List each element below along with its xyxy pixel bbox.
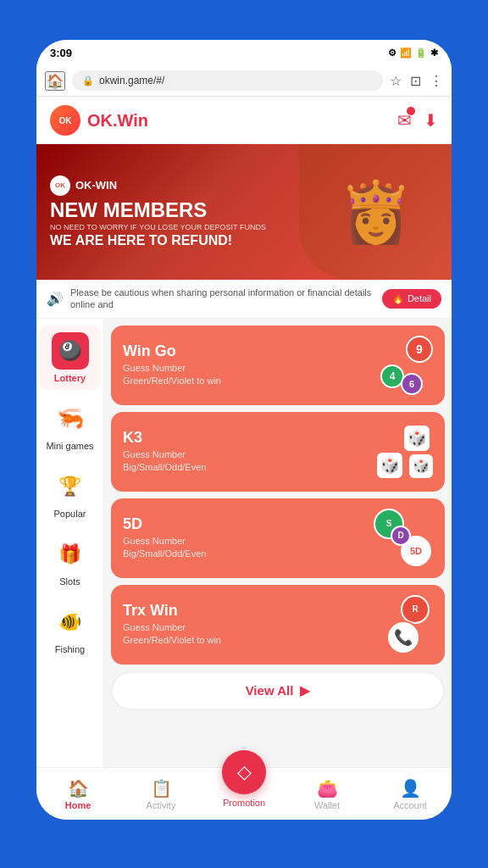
slots-icon-bg: 🎁 [52, 536, 89, 573]
activity-nav-icon: 📋 [151, 778, 172, 798]
nav-promotion-center[interactable]: ◇ Promotion [219, 767, 269, 808]
main-layout: 🎱 Lottery 🦐 Mini games 🏆 Popular [36, 319, 452, 767]
notice-bar: 🔊 Please be cautious when sharing person… [36, 280, 452, 319]
logo-icon: OK [50, 105, 80, 136]
ball-9: 9 [406, 336, 433, 363]
k3-title: K3 [123, 429, 374, 447]
dice-1: 🎲 [404, 426, 430, 451]
wingo-desc-2: Green/Red/Violet to win [123, 375, 374, 387]
sidebar-item-lottery[interactable]: 🎱 Lottery [40, 326, 101, 390]
5d-desc: Guess Number Big/Small/Odd/Even [123, 535, 374, 561]
notice-button-label: Detail [408, 293, 431, 303]
view-all-label: View All [246, 683, 294, 698]
home-nav-label: Home [65, 800, 92, 810]
dice-2: 🎲 [377, 453, 402, 478]
nav-home[interactable]: 🏠 Home [53, 778, 103, 810]
promotion-diamond-icon: ◇ [237, 761, 252, 783]
wingo-title: Win Go [123, 342, 374, 360]
game-card-wingo[interactable]: Win Go Guess Number Green/Red/Violet to … [111, 326, 445, 405]
view-all-button[interactable]: View All ▶ [111, 671, 445, 710]
app-header: OK OK.Win ✉ ⬇ [36, 97, 452, 144]
banner-main-text: WE ARE HERE TO REFUND! [50, 233, 266, 248]
settings-icon: ⚙ [388, 47, 396, 58]
ball-5d-d: D [391, 526, 411, 546]
notice-text: Please be cautious when sharing personal… [70, 287, 375, 311]
5d-desc-1: Guess Number [123, 535, 374, 548]
logo-text: OK.Win [87, 111, 148, 131]
fishing-icon: 🐠 [58, 611, 81, 633]
lottery-icon-bg: 🎱 [52, 332, 89, 370]
sidebar-item-fishing[interactable]: 🐠 Fishing [40, 597, 101, 661]
popular-icon: 🏆 [58, 476, 81, 498]
trx-phone-icon: 📞 [386, 620, 420, 654]
account-nav-icon: 👤 [400, 778, 421, 798]
k3-desc-1: Guess Number [123, 448, 374, 461]
sidebar-item-slots[interactable]: 🎁 Slots [40, 529, 101, 593]
view-all-icon: ▶ [300, 683, 310, 698]
wingo-desc: Guess Number Green/Red/Violet to win [123, 362, 374, 388]
nav-account[interactable]: 👤 Account [385, 778, 435, 810]
wallet-nav-icon: 👛 [317, 778, 338, 798]
k3-info: K3 Guess Number Big/Small/Odd/Even [123, 429, 374, 475]
browser-url-bar[interactable]: 🔒 okwin.game/#/ [72, 70, 383, 91]
mini-games-icon: 🦐 [57, 405, 84, 431]
mail-button[interactable]: ✉ [397, 110, 412, 131]
banner-title: NEW MEMBERS [50, 199, 266, 221]
mini-games-label: Mini games [46, 441, 93, 451]
phone-screen: 3:09 ⚙ 📶 🔋 ✱ 🏠 🔒 okwin.game/#/ ☆ ⊡ ⋮ [36, 40, 452, 820]
5d-title: 5D [123, 515, 374, 533]
status-icons: ⚙ 📶 🔋 ✱ [388, 47, 438, 58]
trxwin-info: Trx Win Guess Number Green/Red/Violet to… [123, 602, 374, 648]
popular-icon-bg: 🏆 [52, 468, 89, 505]
url-text: okwin.game/#/ [99, 75, 164, 86]
sidebar-item-popular[interactable]: 🏆 Popular [40, 461, 101, 526]
wingo-image: 9 4 6 [374, 336, 433, 395]
banner-person-icon: 👸 [339, 177, 413, 247]
dice-3: 🎲 [409, 454, 433, 478]
home-nav-icon: 🏠 [68, 778, 89, 798]
banner: OK OK-WIN NEW MEMBERS NO NEED TO WORRY I… [36, 144, 452, 280]
k3-desc-2: Big/Small/Odd/Even [123, 461, 374, 474]
browser-home-btn[interactable]: 🏠 [45, 71, 65, 91]
fishing-icon-bg: 🐠 [52, 604, 89, 641]
phone-shell: 3:09 ⚙ 📶 🔋 ✱ 🏠 🔒 okwin.game/#/ ☆ ⊡ ⋮ [24, 23, 464, 845]
browser-more-btn[interactable]: ⋮ [430, 73, 443, 89]
game-card-5d[interactable]: 5D Guess Number Big/Small/Odd/Even S 5D … [111, 498, 445, 578]
lottery-label: Lottery [54, 373, 86, 383]
banner-brand: OK-WIN [75, 179, 117, 192]
ball-6: 6 [401, 373, 423, 395]
banner-logo: OK OK-WIN [50, 175, 266, 196]
game-card-trxwin[interactable]: Trx Win Guess Number Green/Red/Violet to… [111, 585, 445, 665]
mail-badge [407, 107, 415, 115]
logo-abbr: OK [59, 116, 72, 125]
banner-logo-circle: OK [50, 175, 70, 196]
5d-image: S 5D D [374, 509, 433, 568]
trxwin-desc: Guess Number Green/Red/Violet to win [123, 621, 374, 648]
trxwin-desc-2: Green/Red/Violet to win [123, 634, 374, 647]
notice-detail-button[interactable]: 🔥 Detail [382, 289, 441, 309]
5d-desc-2: Big/Small/Odd/Even [123, 548, 374, 560]
sidebar-item-mini-games[interactable]: 🦐 Mini games [40, 393, 101, 458]
signal-icon: 📶 [400, 47, 412, 58]
promotion-nav-label: Promotion [223, 798, 265, 808]
wallet-nav-label: Wallet [314, 800, 340, 810]
trxwin-image: R 📞 [374, 595, 433, 654]
k3-image: 🎲 🎲 🎲 [374, 422, 433, 481]
promotion-center-btn[interactable]: ◇ [222, 750, 266, 794]
notice-speaker-icon: 🔊 [47, 291, 64, 307]
bluetooth-icon: ✱ [430, 47, 438, 58]
slots-icon: 🎁 [58, 543, 81, 565]
banner-subtitle: NO NEED TO WORRY IF YOU LOSE YOUR DEPOSI… [50, 223, 266, 231]
trxwin-desc-1: Guess Number [123, 621, 374, 634]
status-time: 3:09 [50, 47, 72, 59]
nav-wallet[interactable]: 👛 Wallet [302, 778, 352, 810]
download-button[interactable]: ⬇ [424, 110, 438, 131]
nav-activity[interactable]: 📋 Activity [136, 778, 186, 810]
logo-area: OK OK.Win [50, 105, 148, 136]
lottery-icon: 🎱 [58, 340, 81, 362]
browser-tab-btn[interactable]: ⊡ [410, 73, 421, 89]
game-card-k3[interactable]: K3 Guess Number Big/Small/Odd/Even 🎲 🎲 🎲 [111, 412, 445, 492]
browser-star-btn[interactable]: ☆ [390, 73, 402, 89]
header-icons: ✉ ⬇ [397, 110, 438, 131]
status-bar: 3:09 ⚙ 📶 🔋 ✱ [36, 40, 452, 65]
